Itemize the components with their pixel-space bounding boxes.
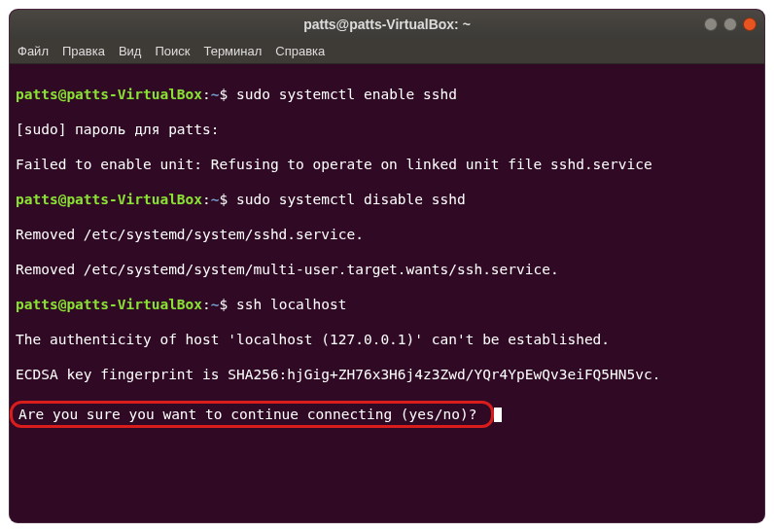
prompt-colon: : [202,192,211,207]
menu-terminal[interactable]: Терминал [203,44,262,58]
terminal-line-highlighted: Are you sure you want to continue connec… [16,401,758,428]
prompt-userhost: patts@patts-VirtualBox [16,87,202,102]
prompt-colon: : [202,87,211,102]
minimize-button[interactable] [704,18,718,31]
terminal-output: The authenticity of host 'localhost (127… [16,331,758,348]
command-text: ssh localhost [236,297,347,312]
menu-view[interactable]: Вид [119,44,142,58]
window-controls [704,18,756,31]
prompt-path: ~ [211,297,220,312]
terminal-output: ECDSA key fingerprint is SHA256:hjGig+ZH… [16,366,758,383]
prompt-dollar: $ [220,192,236,207]
menu-edit[interactable]: Правка [62,44,105,58]
text-cursor [494,408,502,422]
terminal-area[interactable]: patts@patts-VirtualBox:~$ sudo systemctl… [10,64,764,467]
prompt-userhost: patts@patts-VirtualBox [16,297,202,312]
terminal-line: patts@patts-VirtualBox:~$ ssh localhost [16,296,758,313]
prompt-dollar: $ [220,297,236,312]
command-text: sudo systemctl enable sshd [236,87,457,102]
terminal-output: Failed to enable unit: Refusing to opera… [16,156,758,173]
menubar: Файл Правка Вид Поиск Терминал Справка [10,39,764,64]
menu-help[interactable]: Справка [275,44,325,58]
prompt-path: ~ [211,87,220,102]
menu-file[interactable]: Файл [18,44,49,58]
terminal-output: [sudo] пароль для patts: [16,121,758,138]
terminal-output: Removed /etc/systemd/system/sshd.service… [16,226,758,243]
annotation-highlight: Are you sure you want to continue connec… [10,401,494,428]
prompt-colon: : [202,297,211,312]
menu-search[interactable]: Поиск [155,44,190,58]
maximize-button[interactable] [723,18,737,31]
window-title: patts@patts-VirtualBox: ~ [303,17,471,32]
terminal-output: Removed /etc/systemd/system/multi-user.t… [16,261,758,278]
prompt-path: ~ [211,192,220,207]
titlebar: patts@patts-VirtualBox: ~ [10,10,764,39]
close-button[interactable] [743,18,756,31]
terminal-window: patts@patts-VirtualBox: ~ Файл Правка Ви… [10,10,764,522]
terminal-prompt-question: Are you sure you want to continue connec… [18,407,485,422]
terminal-line: patts@patts-VirtualBox:~$ sudo systemctl… [16,191,758,208]
terminal-line: patts@patts-VirtualBox:~$ sudo systemctl… [16,86,758,103]
prompt-userhost: patts@patts-VirtualBox [16,192,202,207]
prompt-dollar: $ [220,87,236,102]
command-text: sudo systemctl disable sshd [236,192,466,207]
